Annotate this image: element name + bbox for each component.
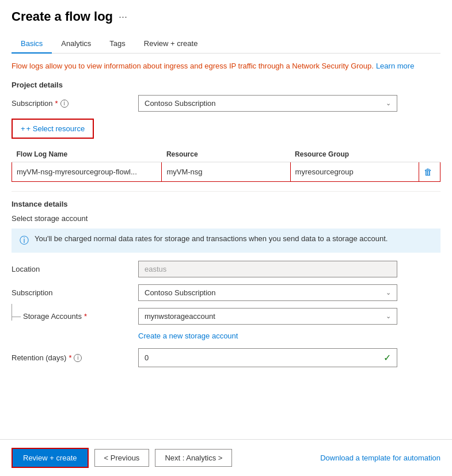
location-input: eastus bbox=[138, 261, 397, 277]
subscription-value: Contoso Subscription bbox=[145, 99, 216, 108]
location-row: Location eastus bbox=[12, 261, 440, 277]
cell-flowlog-name: myVM-nsg-myresourcegroup-flowl... bbox=[12, 162, 162, 182]
retention-input[interactable]: 0 ✓ bbox=[138, 348, 397, 367]
tab-basics[interactable]: Basics bbox=[12, 35, 52, 54]
select-resource-button[interactable]: + + Select resource bbox=[12, 119, 94, 139]
subscription-control: Contoso Subscription ⌄ bbox=[138, 95, 440, 112]
storage-accounts-control: mynwstorageaccount ⌄ bbox=[138, 308, 440, 325]
col-header-action bbox=[419, 147, 440, 162]
retention-checkmark-icon: ✓ bbox=[383, 352, 391, 363]
footer: Review + create < Previous Next : Analyt… bbox=[0, 439, 452, 476]
location-control: eastus bbox=[138, 261, 440, 277]
learn-more-link[interactable]: Learn more bbox=[376, 62, 414, 70]
previous-button[interactable]: < Previous bbox=[94, 449, 150, 467]
info-notice: ⓘ You'll be charged normal data rates fo… bbox=[12, 229, 440, 253]
retention-control: 0 ✓ bbox=[138, 348, 440, 367]
cell-delete-action[interactable]: 🗑 bbox=[419, 162, 440, 182]
create-storage-link[interactable]: Create a new storage account bbox=[138, 332, 440, 340]
divider bbox=[12, 191, 440, 192]
col-header-rg: Resource Group bbox=[290, 147, 419, 162]
col-header-flowlog: Flow Log Name bbox=[12, 147, 162, 162]
retention-value: 0 bbox=[145, 353, 149, 362]
info-bar: Flow logs allow you to view information … bbox=[12, 62, 440, 70]
info-notice-text: You'll be charged normal data rates for … bbox=[35, 234, 388, 243]
storage-required-marker: * bbox=[84, 312, 87, 321]
retention-row: Retention (days) * i 0 ✓ bbox=[12, 348, 440, 367]
instance-subscription-row: Subscription Contoso Subscription ⌄ bbox=[12, 284, 440, 301]
subscription-row: Subscription * i Contoso Subscription ⌄ bbox=[12, 95, 440, 112]
table-header-row: Flow Log Name Resource Resource Group bbox=[12, 147, 440, 162]
location-label: Location bbox=[12, 265, 138, 273]
select-resource-label: + Select resource bbox=[26, 124, 85, 133]
review-create-button[interactable]: Review + create bbox=[12, 448, 89, 468]
plus-icon: + bbox=[21, 124, 25, 133]
cell-resource: myVM-nsg bbox=[162, 162, 290, 182]
delete-icon[interactable]: 🗑 bbox=[424, 167, 432, 177]
location-value: eastus bbox=[145, 265, 166, 273]
resource-table: Flow Log Name Resource Resource Group my… bbox=[12, 147, 440, 182]
storage-accounts-label: Storage Accounts * bbox=[12, 312, 138, 321]
next-analytics-button[interactable]: Next : Analytics > bbox=[155, 449, 232, 467]
instance-subscription-control: Contoso Subscription ⌄ bbox=[138, 284, 440, 301]
required-marker: * bbox=[55, 99, 58, 108]
tab-analytics[interactable]: Analytics bbox=[52, 35, 100, 54]
tab-tags[interactable]: Tags bbox=[100, 35, 134, 54]
storage-accounts-dropdown[interactable]: mynwstorageaccount ⌄ bbox=[138, 308, 397, 325]
cell-resource-group: myresourcegroup bbox=[290, 162, 419, 182]
tab-review-create[interactable]: Review + create bbox=[135, 35, 207, 54]
storage-accounts-row: Storage Accounts * mynwstorageaccount ⌄ bbox=[12, 308, 440, 325]
table-row: myVM-nsg-myresourcegroup-flowl... myVM-n… bbox=[12, 162, 440, 182]
download-template-link[interactable]: Download a template for automation bbox=[320, 454, 440, 462]
storage-subtitle: Select storage account bbox=[12, 214, 440, 223]
subscription-info-icon[interactable]: i bbox=[60, 100, 69, 108]
subscription-label: Subscription * i bbox=[12, 99, 138, 108]
instance-subscription-label: Subscription bbox=[12, 288, 138, 297]
project-details-title: Project details bbox=[12, 81, 440, 89]
subscription-dropdown[interactable]: Contoso Subscription ⌄ bbox=[138, 95, 397, 112]
page-title: Create a flow log bbox=[12, 9, 113, 24]
tab-bar: Basics Analytics Tags Review + create bbox=[12, 35, 440, 54]
page-title-section: Create a flow log ··· bbox=[12, 9, 440, 24]
instance-subscription-chevron-icon: ⌄ bbox=[386, 289, 391, 296]
info-notice-icon: ⓘ bbox=[20, 235, 29, 247]
instance-subscription-dropdown[interactable]: Contoso Subscription ⌄ bbox=[138, 284, 397, 301]
retention-required-marker: * bbox=[69, 353, 71, 362]
storage-accounts-value: mynwstorageaccount bbox=[145, 312, 215, 321]
storage-accounts-chevron-icon: ⌄ bbox=[386, 313, 391, 320]
col-header-resource: Resource bbox=[162, 147, 290, 162]
info-bar-text: Flow logs allow you to view information … bbox=[12, 62, 374, 70]
page-title-ellipsis: ··· bbox=[119, 11, 127, 23]
retention-info-icon[interactable]: i bbox=[74, 354, 82, 362]
instance-subscription-value: Contoso Subscription bbox=[145, 288, 216, 297]
instance-details-section: Instance details Select storage account … bbox=[12, 200, 440, 367]
retention-label: Retention (days) * i bbox=[12, 353, 138, 362]
subscription-chevron-icon: ⌄ bbox=[386, 100, 391, 107]
instance-details-title: Instance details bbox=[12, 200, 440, 208]
